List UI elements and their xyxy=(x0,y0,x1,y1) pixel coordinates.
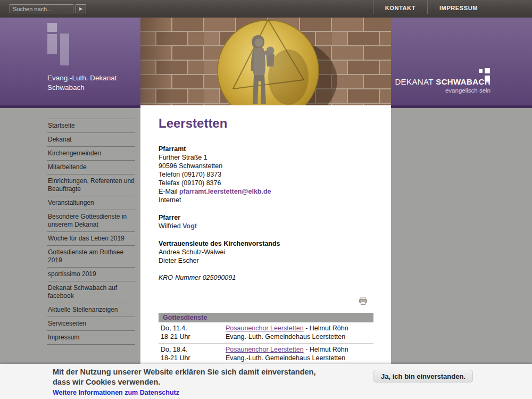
service-link[interactable]: Posaunenchor Leerstetten xyxy=(226,346,304,353)
service-link[interactable]: Posaunenchor Leerstetten xyxy=(226,325,304,332)
search-input[interactable] xyxy=(10,4,73,13)
page-title: Leerstetten xyxy=(159,116,373,131)
header-photo-madonna-statue xyxy=(140,18,391,105)
printer-icon[interactable] xyxy=(359,297,367,307)
sidebar-item-veranstaltungen[interactable]: Veranstaltungen xyxy=(47,196,135,210)
site-name-line1: Evang.-Luth. Dekanat xyxy=(47,73,117,83)
datenschutz-link[interactable]: Weitere Informationen zum Datenschutz xyxy=(53,389,179,396)
cookie-accept-button[interactable]: Ja, ich bin einverstanden. xyxy=(373,370,473,383)
topbar: ▶ KONTAKT IMPRESSUM xyxy=(0,0,532,18)
sidebar-item-facebook[interactable]: Dekanat Schwabach auf facebook xyxy=(47,281,135,303)
service-time: 18-21 Uhr xyxy=(161,332,223,341)
pfarramt-block: Pfarramt Further Straße 1 90596 Schwanst… xyxy=(159,145,373,204)
email-label: E-Mail xyxy=(159,188,179,195)
cookie-banner: Mit der Nutzung unserer Website erklären… xyxy=(0,364,532,399)
service-location: Evang.-Luth. Gemeindehaus Leerstetten xyxy=(226,354,373,362)
sidebar-item-mitarbeitende[interactable]: Mitarbeitende xyxy=(47,161,135,174)
impressum-link[interactable]: IMPRESSUM xyxy=(427,0,489,14)
brand-wordmark: DEKANAT SCHWABACH evangelisch sein xyxy=(395,77,491,94)
services-heading: Gottesdienste xyxy=(159,313,373,322)
service-leader: - Helmut Röhn xyxy=(305,325,348,332)
sidebar-item-impressum[interactable]: Impressum xyxy=(47,331,135,345)
topbar-links: KONTAKT IMPRESSUM xyxy=(373,0,489,18)
pfarramt-fax: Telefax (09170) 8376 xyxy=(159,179,373,187)
email-link[interactable]: pfarramt.leerstetten@elkb.de xyxy=(179,188,271,195)
cookie-message-line2: dass wir Cookies verwenden. xyxy=(53,377,315,387)
cookie-message: Mit der Nutzung unserer Website erklären… xyxy=(53,367,315,387)
pfarrer-name-link[interactable]: Vogt xyxy=(182,222,197,230)
service-location: Evang.-Luth. Gemeindehaus Leerstetten xyxy=(226,332,373,341)
sidebar-item-serviceseiten[interactable]: Serviceseiten xyxy=(47,317,135,331)
main-content: Leerstetten Pfarramt Further Straße 1 90… xyxy=(140,105,391,399)
sidebar-item-sportissimo[interactable]: sportissimo 2019 xyxy=(47,268,135,281)
sidebar-item-woche-fuer-das-leben[interactable]: Woche für das Leben 2019 xyxy=(47,232,135,246)
kro-number: KRO-Nummer 025090091 xyxy=(159,274,373,281)
header-left-panel: Evang.-Luth. Dekanat Schwabach xyxy=(0,18,140,108)
sidebar-item-kirchengemeinden[interactable]: Kirchengemeinden xyxy=(47,147,135,161)
header-right-panel: DEKANAT SCHWABACH evangelisch sein xyxy=(391,18,532,108)
service-leader: - Helmut Röhn xyxy=(305,346,348,353)
pfarramt-street: Further Straße 1 xyxy=(159,153,373,162)
sidebar-nav: Startseite Dekanat Kirchengemeinden Mita… xyxy=(47,119,135,345)
sidebar-item-gottesdienste-rothsee[interactable]: Gottesdienste am Rothsee 2019 xyxy=(47,246,135,268)
service-time: 18-21 Uhr xyxy=(161,354,223,362)
pfarrer-heading: Pfarrer xyxy=(159,214,180,221)
service-date: Do, 18.4. xyxy=(161,345,223,354)
brand-word-dekanat: DEKANAT xyxy=(395,77,436,86)
pfarramt-heading: Pfarramt xyxy=(159,145,186,153)
service-date: Do, 11.4. xyxy=(161,324,223,332)
pfarramt-city: 90596 Schwanstetten xyxy=(159,162,373,170)
vertrauensleute-heading: Vertrauensleute des Kirchenvorstands xyxy=(159,240,280,247)
vertrauensleute-name1: Andrea Schulz-Walwei xyxy=(159,248,373,256)
vertrauensleute-name2: Dieter Escher xyxy=(159,256,373,265)
site-name: Evang.-Luth. Dekanat Schwabach xyxy=(47,73,117,93)
brand-tagline: evangelisch sein xyxy=(395,87,491,94)
sidebar-item-startseite[interactable]: Startseite xyxy=(47,119,135,133)
pfarramt-phone: Telefon (09170) 8373 xyxy=(159,170,373,179)
search-area: ▶ xyxy=(10,4,86,13)
dekanat-logo-icon xyxy=(47,23,71,72)
pfarrer-block: Pfarrer Wilfried Vogt xyxy=(159,213,373,230)
sidebar: Startseite Dekanat Kirchengemeinden Mita… xyxy=(0,108,140,399)
search-submit-icon[interactable]: ▶ xyxy=(76,4,86,13)
vertrauensleute-block: Vertrauensleute des Kirchenvorstands And… xyxy=(159,239,373,265)
sidebar-item-einrichtungen[interactable]: Einrichtungen, Referenten und Beauftragt… xyxy=(47,174,135,196)
brand-word-schwabach: SCHWABACH xyxy=(436,77,491,86)
sidebar-item-besondere-gottesdienste[interactable]: Besondere Gottesdienste in unserem Dekan… xyxy=(47,210,135,232)
service-row: Do, 18.4. 18-21 Uhr Posaunenchor Leerste… xyxy=(159,344,373,365)
pfarramt-internet: Internet xyxy=(159,196,373,204)
sidebar-item-stellenanzeigen[interactable]: Aktuelle Stellenanzeigen xyxy=(47,303,135,317)
pfarrer-first-name: Wilfried xyxy=(159,222,182,230)
site-name-line2: Schwabach xyxy=(47,83,117,93)
sidebar-item-dekanat[interactable]: Dekanat xyxy=(47,133,135,147)
service-row: Do, 11.4. 18-21 Uhr Posaunenchor Leerste… xyxy=(159,322,373,344)
cookie-message-line1: Mit der Nutzung unserer Website erklären… xyxy=(53,367,315,377)
kontakt-link[interactable]: KONTAKT xyxy=(373,0,427,14)
